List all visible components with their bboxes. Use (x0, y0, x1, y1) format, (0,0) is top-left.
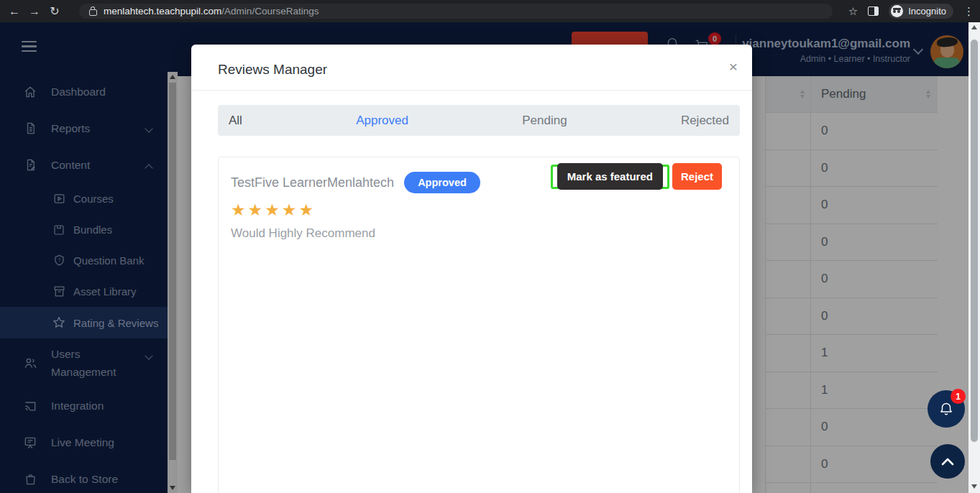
incognito-badge: Incognito (889, 4, 953, 19)
highlight-box: Mark as featured (551, 165, 669, 189)
url-text: menlahtech.teachpupil.com/Admin/CourseRa… (104, 6, 319, 17)
review-actions: Mark as featured Reject (551, 163, 722, 190)
screen: ← → ↻ menlahtech.teachpupil.com/Admin/Co… (0, 0, 980, 493)
side-panel-icon[interactable] (868, 6, 879, 16)
address-bar[interactable]: menlahtech.teachpupil.com/Admin/CourseRa… (79, 4, 833, 19)
back-icon[interactable]: ← (4, 5, 24, 18)
star-rating: ★★★★★ (231, 201, 727, 220)
bell-icon (938, 400, 955, 418)
scroll-down-arrow[interactable] (971, 484, 977, 489)
reload-icon[interactable]: ↻ (45, 4, 65, 18)
reject-button[interactable]: Reject (672, 163, 722, 190)
notification-count-badge: 1 (951, 389, 966, 404)
reviewer-name: TestFive LearnerMenlahtech (231, 175, 394, 190)
scroll-to-top-fab[interactable] (930, 444, 965, 479)
forward-icon[interactable]: → (24, 5, 45, 18)
browser-scrollbar[interactable] (968, 22, 980, 493)
close-icon[interactable]: × (729, 59, 738, 74)
review-comment: Would Highly Recommend (231, 226, 727, 241)
scroll-up-arrow[interactable] (971, 25, 977, 29)
bookmark-star-icon[interactable]: ☆ (848, 5, 858, 18)
review-item: TestFive LearnerMenlahtech Approved Mark… (219, 157, 739, 255)
tab-pending[interactable]: Pending (522, 114, 567, 128)
status-badge: Approved (404, 172, 480, 193)
tab-rejected[interactable]: Rejected (681, 114, 729, 128)
tab-approved[interactable]: Approved (356, 114, 408, 128)
reviews-manager-modal: Reviews Manager × All Approved Pending R… (191, 45, 752, 493)
review-list: TestFive LearnerMenlahtech Approved Mark… (218, 157, 740, 493)
lock-icon (89, 9, 97, 16)
scrollbar-thumb[interactable] (971, 40, 978, 442)
review-filter-tabs: All Approved Pending Rejected (218, 105, 740, 136)
chevron-up-icon (940, 456, 955, 466)
modal-title: Reviews Manager (218, 62, 327, 78)
browser-menu-icon[interactable]: ⋮ (963, 5, 974, 18)
tab-all[interactable]: All (229, 114, 242, 128)
modal-header: Reviews Manager × (191, 45, 752, 91)
browser-toolbar: ← → ↻ menlahtech.teachpupil.com/Admin/Co… (0, 0, 980, 22)
mark-as-featured-button[interactable]: Mark as featured (557, 163, 663, 190)
incognito-icon (891, 5, 903, 17)
